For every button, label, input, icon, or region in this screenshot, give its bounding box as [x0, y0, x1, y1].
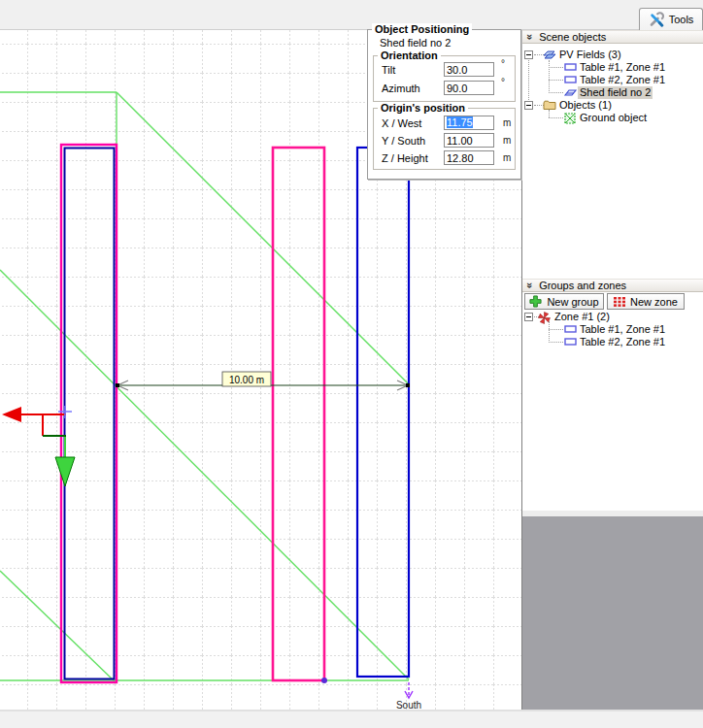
azimuth-label: Azimuth — [382, 83, 420, 94]
shed-icon — [564, 87, 577, 97]
groups-zones-header-label: Groups and zones — [539, 280, 626, 291]
tree-label[interactable]: Table #1, Zone #1 — [578, 61, 667, 74]
tree-node-table1[interactable]: Table #1, Zone #1 — [522, 61, 703, 74]
tilt-unit: ° — [501, 58, 505, 69]
tree-label[interactable]: Ground object — [578, 112, 649, 124]
chevron-down-icon: » — [525, 282, 535, 288]
new-group-button[interactable]: New group — [524, 293, 604, 310]
pv-fields-icon — [543, 50, 556, 60]
y-south-label: Y / South — [382, 135, 425, 147]
groups-zones-header[interactable]: » Groups and zones — [522, 279, 703, 292]
azimuth-unit: ° — [501, 77, 505, 87]
tree-node-ground-object[interactable]: Ground object — [522, 112, 703, 124]
scene-objects-header[interactable]: » Scene objects — [522, 30, 703, 44]
tree-label[interactable]: Table #2, Zone #1 — [578, 336, 667, 348]
right-sidebar: » Scene objects PV Fields (3) Table #1, … — [521, 30, 703, 710]
orientation-groupbox: Orientation Tilt ° Azimuth ° — [373, 55, 516, 102]
scene-objects-header-label: Scene objects — [539, 31, 606, 43]
z-height-label: Z / Height — [382, 152, 428, 164]
x-west-unit: m — [503, 117, 511, 128]
tilt-input[interactable] — [444, 62, 494, 77]
table-icon — [564, 337, 577, 347]
tilt-label: Tilt — [382, 64, 395, 76]
new-zone-label: New zone — [630, 296, 678, 308]
tools-icon — [649, 12, 664, 27]
table-icon — [564, 324, 577, 334]
tools-tab[interactable]: Tools — [639, 8, 703, 30]
collapse-box-icon[interactable] — [524, 313, 533, 321]
sidebar-empty-area — [522, 516, 703, 710]
table-icon — [564, 75, 577, 84]
status-bar — [0, 710, 703, 728]
table1-origin-dot — [321, 678, 327, 683]
ground-object-icon — [564, 113, 576, 124]
panel-title: Object Positioning — [372, 23, 472, 35]
tree-label[interactable]: PV Fields (3) — [557, 49, 623, 61]
tree-node-zone1-table2[interactable]: Table #2, Zone #1 — [522, 336, 703, 348]
south-label: South — [396, 700, 421, 710]
zone-grid-icon — [614, 297, 625, 307]
origin-position-groupbox: Origin's position X / West 11.75 m Y / S… — [373, 108, 516, 170]
tree-node-pv-fields[interactable]: PV Fields (3) — [522, 49, 703, 61]
tree-label[interactable]: Objects (1) — [557, 99, 614, 112]
orientation-legend: Orientation — [378, 50, 441, 61]
tree-node-zone1[interactable]: Zone #1 (2) — [522, 311, 703, 323]
tree-label-selected[interactable]: Shed field no 2 — [578, 86, 653, 99]
tree-label[interactable]: Table #2, Zone #1 — [578, 74, 667, 86]
selected-object-name: Shed field no 2 — [380, 37, 451, 49]
chevron-down-icon: » — [525, 34, 535, 40]
object-positioning-panel: Object Positioning Shed field no 2 Orien… — [367, 29, 521, 180]
collapse-box-icon[interactable] — [524, 101, 533, 110]
z-height-input[interactable] — [444, 150, 494, 165]
y-south-unit: m — [503, 135, 511, 146]
y-south-input[interactable] — [444, 133, 494, 148]
x-west-input[interactable]: 11.75 — [444, 116, 494, 130]
tree-node-table2[interactable]: Table #2, Zone #1 — [522, 74, 703, 86]
tree-node-objects[interactable]: Objects (1) — [522, 99, 703, 112]
top-toolbar: Tools — [0, 0, 703, 30]
tree-node-shed-field[interactable]: Shed field no 2 — [522, 86, 703, 99]
azimuth-input[interactable] — [444, 81, 494, 95]
tools-label: Tools — [669, 14, 694, 25]
tree-node-zone1-table1[interactable]: Table #1, Zone #1 — [522, 323, 703, 336]
tree-label[interactable]: Zone #1 (2) — [552, 311, 612, 323]
tree-label[interactable]: Table #1, Zone #1 — [578, 323, 667, 336]
x-west-value: 11.75 — [447, 116, 473, 128]
origin-legend: Origin's position — [378, 102, 468, 114]
dimension-label: 10.00 m — [229, 375, 264, 385]
plus-icon — [529, 295, 542, 308]
new-group-label: New group — [547, 296, 598, 308]
z-height-unit: m — [503, 152, 511, 163]
collapse-box-icon[interactable] — [524, 50, 533, 59]
folder-icon — [543, 100, 556, 111]
table-icon — [564, 62, 577, 72]
new-zone-button[interactable]: New zone — [607, 293, 685, 310]
x-west-label: X / West — [382, 117, 421, 129]
